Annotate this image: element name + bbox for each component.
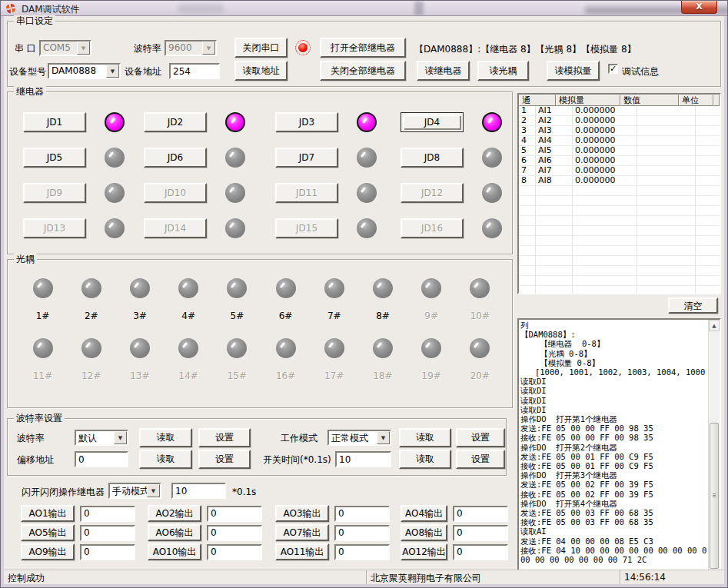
table-cell-channel: 8	[519, 176, 536, 185]
baudrate-select[interactable]: 9600	[165, 40, 217, 56]
chevron-down-icon[interactable]	[202, 42, 215, 55]
relay-group: 继电器 JD1 JD2 JD3 JD4	[7, 91, 513, 254]
port-select[interactable]: COM5	[39, 40, 91, 56]
relay-button[interactable]: JD3	[275, 112, 338, 132]
ao-value-input[interactable]	[207, 525, 262, 541]
relay-button[interactable]: JD13	[23, 218, 86, 238]
offset-set-button[interactable]: 设置	[198, 450, 251, 469]
close-button[interactable]: X	[681, 1, 717, 14]
table-cell-name: AI7	[536, 166, 573, 175]
read-opto-button[interactable]: 读光耦	[477, 61, 529, 81]
scroll-up-icon[interactable]	[709, 320, 720, 331]
table-row	[519, 206, 720, 216]
ao-output-button[interactable]: AO2输出	[148, 505, 201, 522]
ao-output-button[interactable]: AO3输出	[275, 505, 329, 522]
serial-group-title: 串口设定	[14, 15, 55, 27]
ao-value-input[interactable]	[334, 525, 390, 541]
ao-output-button[interactable]: AO9输出	[21, 543, 75, 560]
relay-button[interactable]: JD4	[401, 112, 464, 132]
ao-value-input[interactable]	[334, 506, 390, 522]
flash-mode-select[interactable]: 手动模式	[108, 483, 161, 499]
relay-button[interactable]: JD15	[275, 218, 338, 238]
table-cell-channel	[519, 186, 536, 195]
switch-time-read-button[interactable]: 读取	[399, 450, 451, 469]
ao-output-button[interactable]: AO6输出	[148, 524, 201, 541]
ao-value-input[interactable]	[207, 544, 262, 560]
chevron-down-icon[interactable]	[114, 431, 127, 444]
open-all-relays-button[interactable]: 打开全部继电器	[320, 38, 406, 58]
table-cell-value: 0.000000	[573, 156, 637, 165]
ao-output-button[interactable]: AO12输出	[401, 543, 447, 560]
clear-button[interactable]: 清空	[668, 297, 718, 314]
baudrate-set-button[interactable]: 设置	[198, 428, 251, 447]
table-cell-extra	[696, 276, 720, 285]
read-relay-button[interactable]: 读继电器	[417, 61, 470, 81]
ao-output-button[interactable]: AO5输出	[21, 524, 75, 541]
chevron-down-icon[interactable]	[106, 65, 119, 78]
read-address-button[interactable]: 读取地址	[234, 61, 288, 81]
chevron-down-icon[interactable]	[147, 484, 160, 497]
ao-value-input[interactable]	[453, 506, 508, 522]
ao-output-button[interactable]: AO7输出	[275, 524, 329, 541]
address-label: 设备地址	[125, 66, 161, 77]
relay-button[interactable]: JD5	[23, 148, 86, 168]
table-cell-channel	[519, 246, 536, 255]
ao-value-input[interactable]	[207, 506, 262, 522]
ao-value-input[interactable]	[453, 525, 508, 541]
relay-button[interactable]: JD9	[23, 183, 86, 203]
close-serial-button[interactable]: 关闭串口	[234, 38, 288, 58]
work-mode-set-button[interactable]: 设置	[456, 428, 505, 447]
close-all-relays-button[interactable]: 关闭全部继电器	[320, 61, 406, 81]
relay-button[interactable]: JD14	[144, 218, 207, 238]
table-cell-value	[573, 266, 637, 275]
relay-cell: JD6	[144, 148, 275, 168]
chevron-down-icon[interactable]	[77, 42, 90, 55]
table-cell-value: 0.000000	[573, 146, 637, 155]
ao-value-input[interactable]	[80, 544, 135, 560]
relay-led-icon	[482, 218, 502, 238]
table-cell-channel	[519, 226, 536, 235]
relay-button[interactable]: JD7	[275, 148, 338, 168]
ao-output-button[interactable]: AO1输出	[21, 505, 75, 522]
relay-button[interactable]: JD1	[23, 112, 86, 132]
switch-time-set-button[interactable]: 设置	[456, 450, 505, 469]
work-mode-read-button[interactable]: 读取	[399, 428, 451, 447]
address-field[interactable]	[169, 63, 220, 79]
relay-button[interactable]: JD2	[144, 112, 207, 132]
log-scrollbar[interactable]	[708, 320, 720, 572]
relay-button[interactable]: JD11	[275, 183, 338, 203]
relay-button[interactable]: JD10	[144, 183, 207, 203]
ao-output-button[interactable]: AO8输出	[401, 524, 447, 541]
table-cell-channel: 4	[519, 136, 536, 145]
relay-button[interactable]: JD6	[144, 148, 207, 168]
opto-led-icon	[421, 278, 441, 298]
model-select[interactable]: DAM0888	[48, 63, 121, 79]
table-cell-value: 0.000000	[573, 116, 637, 125]
table-cell-value: 0.000000	[573, 126, 637, 135]
work-mode-select[interactable]: 正常模式	[327, 430, 391, 446]
scrollbar-thumb[interactable]	[710, 423, 719, 569]
relay-button[interactable]: JD12	[401, 183, 464, 203]
opto-label: 6#	[279, 311, 293, 321]
switch-time-field[interactable]	[335, 451, 391, 467]
ao-output-button[interactable]: AO10输出	[148, 543, 201, 560]
ao-value-input[interactable]	[80, 525, 135, 541]
debug-info-checkbox[interactable]: ✓	[608, 64, 618, 74]
ao-output-button[interactable]: AO11输出	[275, 543, 329, 560]
offset-read-button[interactable]: 读取	[139, 450, 192, 469]
ao-output-button[interactable]: AO4输出	[401, 505, 447, 522]
table-cell-extra	[696, 196, 720, 205]
ao-value-input[interactable]	[453, 544, 508, 560]
baudrate-read-button[interactable]: 读取	[139, 428, 192, 447]
baudrate-setting-select[interactable]: 默认	[75, 430, 128, 446]
chevron-down-icon[interactable]	[377, 431, 390, 444]
relay-button[interactable]: JD16	[401, 218, 464, 238]
relay-button[interactable]: JD8	[401, 148, 464, 168]
flash-time-field[interactable]	[171, 483, 226, 499]
read-analog-button[interactable]: 读模拟量	[547, 61, 600, 81]
offset-address-field[interactable]	[75, 451, 128, 467]
ao-output-cell: AO7输出	[275, 524, 401, 541]
opto-label: 15#	[228, 370, 247, 381]
ao-value-input[interactable]	[80, 506, 135, 522]
ao-value-input[interactable]	[334, 544, 390, 560]
